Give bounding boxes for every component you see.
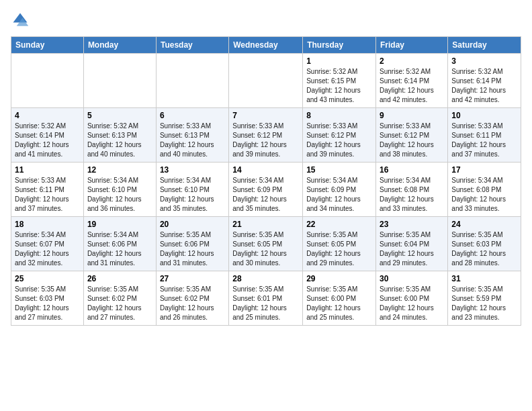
calendar-cell: 12Sunrise: 5:34 AM Sunset: 6:10 PM Dayli…	[83, 163, 156, 217]
calendar-cell: 29Sunrise: 5:35 AM Sunset: 6:00 PM Dayli…	[303, 271, 376, 326]
day-info: Sunrise: 5:33 AM Sunset: 6:11 PM Dayligh…	[15, 176, 80, 214]
calendar-cell: 9Sunrise: 5:33 AM Sunset: 6:12 PM Daylig…	[376, 108, 448, 163]
day-number: 21	[232, 220, 299, 229]
calendar-cell: 1Sunrise: 5:32 AM Sunset: 6:15 PM Daylig…	[303, 54, 376, 108]
calendar-cell: 4Sunrise: 5:32 AM Sunset: 6:14 PM Daylig…	[11, 108, 84, 163]
day-info: Sunrise: 5:32 AM Sunset: 6:13 PM Dayligh…	[87, 122, 152, 159]
day-info: Sunrise: 5:35 AM Sunset: 5:59 PM Dayligh…	[451, 285, 517, 322]
day-info: Sunrise: 5:34 AM Sunset: 6:09 PM Dayligh…	[306, 176, 372, 214]
calendar-cell: 16Sunrise: 5:34 AM Sunset: 6:08 PM Dayli…	[376, 163, 448, 217]
calendar-cell: 24Sunrise: 5:35 AM Sunset: 6:03 PM Dayli…	[448, 217, 521, 271]
day-info: Sunrise: 5:35 AM Sunset: 6:03 PM Dayligh…	[15, 285, 80, 322]
calendar-week-2: 4Sunrise: 5:32 AM Sunset: 6:14 PM Daylig…	[11, 108, 521, 163]
day-number: 10	[451, 111, 517, 120]
day-number: 14	[232, 165, 299, 175]
calendar-cell: 22Sunrise: 5:35 AM Sunset: 6:05 PM Dayli…	[303, 217, 376, 271]
calendar-cell: 3Sunrise: 5:32 AM Sunset: 6:14 PM Daylig…	[448, 54, 521, 108]
day-number: 30	[380, 274, 444, 283]
calendar-week-4: 18Sunrise: 5:34 AM Sunset: 6:07 PM Dayli…	[11, 217, 521, 271]
day-info: Sunrise: 5:35 AM Sunset: 6:06 PM Dayligh…	[160, 230, 225, 268]
day-info: Sunrise: 5:35 AM Sunset: 6:03 PM Dayligh…	[451, 230, 517, 268]
calendar-cell	[11, 54, 84, 108]
day-number: 1	[306, 56, 372, 66]
day-number: 17	[451, 165, 517, 175]
day-number: 20	[160, 220, 225, 229]
day-info: Sunrise: 5:34 AM Sunset: 6:06 PM Dayligh…	[87, 230, 152, 268]
day-info: Sunrise: 5:32 AM Sunset: 6:14 PM Dayligh…	[15, 122, 80, 159]
day-header-sunday: Sunday	[11, 37, 84, 54]
page-header	[11, 11, 521, 30]
calendar-week-5: 25Sunrise: 5:35 AM Sunset: 6:03 PM Dayli…	[11, 271, 521, 326]
day-number: 25	[15, 274, 80, 283]
day-info: Sunrise: 5:34 AM Sunset: 6:08 PM Dayligh…	[380, 176, 444, 214]
day-number: 6	[160, 111, 225, 120]
day-number: 29	[306, 274, 372, 283]
day-number: 8	[306, 111, 372, 120]
calendar-cell: 25Sunrise: 5:35 AM Sunset: 6:03 PM Dayli…	[11, 271, 84, 326]
calendar-cell: 5Sunrise: 5:32 AM Sunset: 6:13 PM Daylig…	[83, 108, 156, 163]
day-number: 18	[15, 220, 80, 229]
calendar-cell: 11Sunrise: 5:33 AM Sunset: 6:11 PM Dayli…	[11, 163, 84, 217]
calendar-week-1: 1Sunrise: 5:32 AM Sunset: 6:15 PM Daylig…	[11, 54, 521, 108]
day-info: Sunrise: 5:35 AM Sunset: 6:00 PM Dayligh…	[306, 285, 372, 322]
calendar-table: SundayMondayTuesdayWednesdayThursdayFrid…	[11, 36, 521, 326]
day-number: 16	[380, 165, 444, 175]
day-info: Sunrise: 5:33 AM Sunset: 6:12 PM Dayligh…	[380, 122, 444, 159]
day-info: Sunrise: 5:34 AM Sunset: 6:09 PM Dayligh…	[232, 176, 299, 214]
day-number: 5	[87, 111, 152, 120]
day-header-row: SundayMondayTuesdayWednesdayThursdayFrid…	[11, 37, 521, 54]
calendar-cell: 26Sunrise: 5:35 AM Sunset: 6:02 PM Dayli…	[83, 271, 156, 326]
calendar-cell: 6Sunrise: 5:33 AM Sunset: 6:13 PM Daylig…	[156, 108, 228, 163]
day-header-friday: Friday	[376, 37, 448, 54]
calendar-cell: 30Sunrise: 5:35 AM Sunset: 6:00 PM Dayli…	[376, 271, 448, 326]
day-number: 13	[160, 165, 225, 175]
day-info: Sunrise: 5:33 AM Sunset: 6:11 PM Dayligh…	[451, 122, 517, 159]
day-number: 2	[380, 56, 444, 66]
day-number: 19	[87, 220, 152, 229]
calendar-cell: 15Sunrise: 5:34 AM Sunset: 6:09 PM Dayli…	[303, 163, 376, 217]
day-number: 12	[87, 165, 152, 175]
day-info: Sunrise: 5:35 AM Sunset: 6:01 PM Dayligh…	[232, 285, 299, 322]
calendar-cell: 23Sunrise: 5:35 AM Sunset: 6:04 PM Dayli…	[376, 217, 448, 271]
day-info: Sunrise: 5:35 AM Sunset: 6:02 PM Dayligh…	[160, 285, 225, 322]
calendar-cell: 14Sunrise: 5:34 AM Sunset: 6:09 PM Dayli…	[229, 163, 303, 217]
calendar-cell: 20Sunrise: 5:35 AM Sunset: 6:06 PM Dayli…	[156, 217, 228, 271]
day-info: Sunrise: 5:34 AM Sunset: 6:08 PM Dayligh…	[451, 176, 517, 214]
day-info: Sunrise: 5:34 AM Sunset: 6:07 PM Dayligh…	[15, 230, 80, 268]
calendar-cell: 18Sunrise: 5:34 AM Sunset: 6:07 PM Dayli…	[11, 217, 84, 271]
day-info: Sunrise: 5:35 AM Sunset: 6:05 PM Dayligh…	[232, 230, 299, 268]
day-info: Sunrise: 5:34 AM Sunset: 6:10 PM Dayligh…	[160, 176, 225, 214]
calendar-week-3: 11Sunrise: 5:33 AM Sunset: 6:11 PM Dayli…	[11, 163, 521, 217]
day-number: 7	[232, 111, 299, 120]
day-info: Sunrise: 5:35 AM Sunset: 6:05 PM Dayligh…	[306, 230, 372, 268]
day-number: 26	[87, 274, 152, 283]
calendar-cell: 8Sunrise: 5:33 AM Sunset: 6:12 PM Daylig…	[303, 108, 376, 163]
logo-icon	[11, 11, 30, 30]
day-number: 4	[15, 111, 80, 120]
day-info: Sunrise: 5:32 AM Sunset: 6:14 PM Dayligh…	[380, 67, 444, 105]
day-number: 11	[15, 165, 80, 175]
day-header-tuesday: Tuesday	[156, 37, 228, 54]
calendar-cell: 10Sunrise: 5:33 AM Sunset: 6:11 PM Dayli…	[448, 108, 521, 163]
day-info: Sunrise: 5:35 AM Sunset: 6:04 PM Dayligh…	[380, 230, 444, 268]
day-number: 27	[160, 274, 225, 283]
day-info: Sunrise: 5:34 AM Sunset: 6:10 PM Dayligh…	[87, 176, 152, 214]
day-info: Sunrise: 5:32 AM Sunset: 6:14 PM Dayligh…	[451, 67, 517, 105]
calendar-cell	[229, 54, 303, 108]
day-number: 9	[380, 111, 444, 120]
calendar-cell	[156, 54, 228, 108]
calendar-cell: 21Sunrise: 5:35 AM Sunset: 6:05 PM Dayli…	[229, 217, 303, 271]
day-info: Sunrise: 5:35 AM Sunset: 6:00 PM Dayligh…	[380, 285, 444, 322]
day-info: Sunrise: 5:33 AM Sunset: 6:12 PM Dayligh…	[306, 122, 372, 159]
day-header-thursday: Thursday	[303, 37, 376, 54]
day-number: 28	[232, 274, 299, 283]
day-number: 31	[451, 274, 517, 283]
day-number: 22	[306, 220, 372, 229]
day-header-wednesday: Wednesday	[229, 37, 303, 54]
calendar-cell: 31Sunrise: 5:35 AM Sunset: 5:59 PM Dayli…	[448, 271, 521, 326]
calendar-cell	[83, 54, 156, 108]
day-header-saturday: Saturday	[448, 37, 521, 54]
day-info: Sunrise: 5:32 AM Sunset: 6:15 PM Dayligh…	[306, 67, 372, 105]
calendar-cell: 27Sunrise: 5:35 AM Sunset: 6:02 PM Dayli…	[156, 271, 228, 326]
day-info: Sunrise: 5:35 AM Sunset: 6:02 PM Dayligh…	[87, 285, 152, 322]
